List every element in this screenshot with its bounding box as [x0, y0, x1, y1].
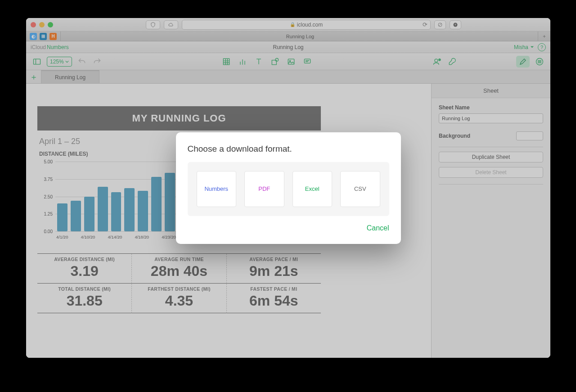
- safari-window: 🔒 icloud.com ⟳ ◐ ⊞ H Running Log ＋ iClou…: [26, 18, 550, 358]
- cancel-button[interactable]: Cancel: [367, 224, 389, 232]
- format-option-csv[interactable]: CSV: [340, 171, 380, 207]
- format-option-excel[interactable]: Excel: [292, 171, 333, 207]
- format-option-pdf[interactable]: PDF: [244, 171, 284, 207]
- modal-title: Choose a download format.: [188, 144, 389, 154]
- format-options: Numbers PDF Excel CSV: [188, 162, 389, 216]
- download-format-modal: Choose a download format. Numbers PDF Ex…: [176, 132, 401, 244]
- format-option-numbers[interactable]: Numbers: [197, 171, 237, 207]
